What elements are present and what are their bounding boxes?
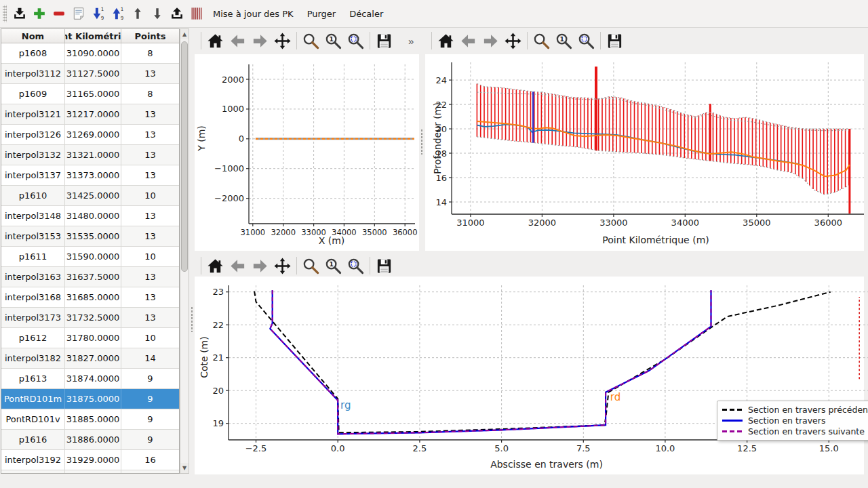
table-row[interactable]: interpol315331535.000013 [1, 226, 179, 247]
table-body: p160831090.00008interpol311231127.500013… [1, 43, 179, 474]
table-row[interactable]: interpol313231321.000013 [1, 145, 179, 165]
cell-nom: interpol3173 [1, 308, 65, 327]
table-row[interactable]: PontRD101m31875.00009 [1, 389, 179, 409]
legend-swatch [722, 409, 743, 411]
export-button[interactable] [168, 3, 185, 24]
table-row[interactable]: interpol319231929.000016 [1, 450, 179, 470]
cell-nom: p1609 [1, 84, 65, 104]
pan-button[interactable] [272, 30, 293, 52]
save-figure-button[interactable] [374, 30, 395, 52]
zoom-fit-button[interactable] [345, 30, 366, 52]
cell-nom: interpol3112 [1, 64, 65, 83]
toolbar-grip[interactable] [3, 5, 7, 22]
zoom-button[interactable] [531, 30, 552, 52]
cell-nom: interpol3153 [1, 226, 65, 246]
scroll-down-arrow[interactable]: ▼ [180, 463, 189, 473]
svg-text:5.0: 5.0 [494, 443, 509, 453]
table-row[interactable]: interpol316831685.000013 [1, 287, 179, 308]
table-row[interactable]: PontRD101v31885.00009 [1, 409, 179, 430]
pan-button[interactable] [502, 30, 524, 52]
zoom-fit-button[interactable] [345, 256, 366, 277]
save-figure-button[interactable] [604, 30, 625, 52]
update-pk-button[interactable]: Mise à jour des PK [208, 5, 298, 22]
pan-button[interactable] [272, 256, 293, 277]
table-scrollbar[interactable]: ▲ ▼ [180, 28, 189, 474]
table-row-partial[interactable] [1, 470, 179, 474]
section-chart-canvas[interactable]: −2.50.02.55.07.510.012.515.01920212223rg… [195, 277, 868, 474]
forward-button[interactable] [480, 30, 501, 52]
cell-points: 10 [121, 247, 179, 266]
add-section-button[interactable] [31, 3, 47, 24]
cross-sections-icon [189, 6, 204, 21]
import-button[interactable] [11, 3, 28, 24]
table-row[interactable]: interpol317331732.500013 [1, 308, 179, 328]
forward-button[interactable] [250, 256, 271, 277]
export-icon [170, 6, 184, 21]
home-button[interactable] [205, 256, 226, 277]
forward-icon [251, 32, 269, 50]
svg-text:2.5: 2.5 [413, 443, 427, 453]
sort-descending-button[interactable] [109, 3, 126, 24]
forward-icon [251, 257, 269, 275]
scrollbar-thumb[interactable] [181, 41, 188, 272]
plan-chart-canvas[interactable]: 310003200033000340003500036000200010000−… [195, 54, 422, 251]
cell-nom: interpol3132 [1, 145, 65, 165]
cell-points: 8 [121, 43, 179, 63]
cross-sections-button[interactable] [188, 3, 205, 24]
column-header-nom[interactable]: Nom [1, 29, 65, 43]
table-row[interactable]: p161331874.00009 [1, 369, 179, 389]
table-row[interactable]: interpol311231127.500013 [1, 64, 179, 84]
table-row[interactable]: interpol316331637.500013 [1, 267, 179, 287]
table-row[interactable]: p161131590.000010 [1, 247, 179, 267]
section-plot-toolbar [198, 255, 395, 277]
cell-point-kilometrique: 31780.0000 [65, 328, 121, 348]
edit-notes-button[interactable] [70, 3, 87, 24]
move-up-button[interactable] [129, 3, 146, 24]
svg-text:36000: 36000 [814, 218, 842, 228]
table-row[interactable]: interpol312131217.000013 [1, 104, 179, 125]
table-row[interactable]: p160831090.00008 [1, 43, 179, 64]
svg-text:18: 18 [435, 148, 447, 159]
column-header-points[interactable]: Points [121, 29, 179, 43]
bank-label-rd: rd [610, 391, 620, 403]
svg-text:22: 22 [212, 320, 224, 330]
profil-chart-canvas[interactable]: 3100032000330003400035000360001416182022… [424, 54, 868, 251]
table-row[interactable]: p160931165.00008 [1, 84, 179, 104]
table-row[interactable]: interpol314831480.000013 [1, 206, 179, 226]
move-down-button[interactable] [149, 3, 165, 24]
table-row[interactable]: interpol313731373.000013 [1, 165, 179, 186]
table-row[interactable]: p161031425.000010 [1, 186, 179, 206]
home-button[interactable] [205, 30, 226, 52]
cell-point-kilometrique: 31929.0000 [65, 450, 121, 470]
zoom-button[interactable] [300, 30, 321, 52]
zoom-button[interactable] [300, 256, 321, 277]
scroll-up-arrow[interactable]: ▲ [180, 29, 189, 39]
zoom-fit-button[interactable] [576, 30, 597, 52]
save-figure-button[interactable] [374, 256, 395, 277]
table-row[interactable]: interpol312631269.000013 [1, 125, 179, 145]
back-button[interactable] [458, 30, 479, 52]
toolbar-overflow-button[interactable]: » [405, 34, 417, 48]
remove-section-button[interactable] [50, 3, 67, 24]
cell-point-kilometrique: 31217.0000 [65, 104, 121, 124]
table-row[interactable]: p161631886.00009 [1, 430, 179, 450]
column-header-point-kilometrique[interactable]: Point Kilométrique [65, 29, 121, 43]
add-icon [32, 6, 47, 21]
zoom-one-button[interactable] [323, 256, 344, 277]
table-row[interactable]: p161231780.000010 [1, 328, 179, 348]
shift-button[interactable]: Décaler [344, 5, 388, 22]
sort-ascending-button[interactable] [90, 3, 106, 24]
forward-button[interactable] [250, 30, 271, 52]
zoom-one-button[interactable] [323, 30, 344, 52]
home-button[interactable] [435, 30, 456, 52]
axes-grid [249, 64, 415, 224]
legend: Section en travers précédenteSection en … [717, 401, 868, 441]
table-row[interactable]: interpol318231827.000014 [1, 348, 179, 369]
vertical-sash-grip[interactable] [191, 306, 194, 332]
purge-button[interactable]: Purger [302, 5, 341, 22]
back-button[interactable] [227, 30, 248, 52]
zoom-one-button[interactable] [553, 30, 574, 52]
cell-points: 13 [121, 287, 179, 307]
svg-text:20: 20 [212, 386, 224, 396]
back-button[interactable] [227, 256, 248, 277]
